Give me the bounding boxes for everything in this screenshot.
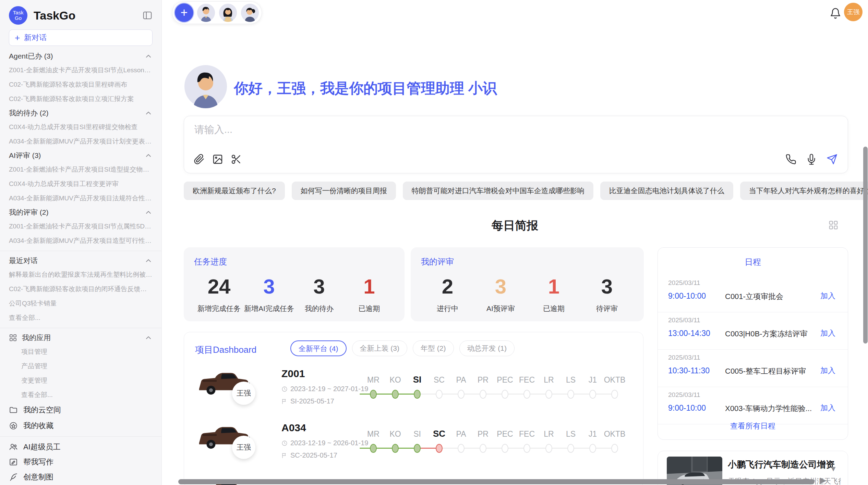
view-all-schedule-link[interactable]: 查看所有日程 bbox=[658, 421, 848, 431]
join-meeting-link[interactable]: 加入 bbox=[820, 365, 835, 376]
sidebar-tool-quill[interactable]: 创意制图 bbox=[9, 470, 153, 485]
stat-label: 待评审 bbox=[580, 304, 634, 313]
vertical-scrollbar[interactable] bbox=[863, 147, 868, 344]
stat-value: 3 bbox=[474, 275, 527, 298]
stat-value: 3 bbox=[294, 275, 344, 298]
milestone-dot bbox=[523, 444, 530, 453]
schedule-name: X003-车辆动力学性能验... bbox=[725, 403, 812, 414]
image-icon[interactable] bbox=[212, 154, 223, 165]
suggestion-chip[interactable]: 欧洲新规最近颁布了什么? bbox=[184, 182, 285, 200]
sidebar-item[interactable]: Z001-全新燃油轻卡产品开发项目SI造型提交物评审 bbox=[9, 162, 153, 177]
user-avatar[interactable]: 王强 bbox=[844, 3, 863, 21]
agent-avatar-3[interactable] bbox=[241, 3, 259, 22]
project-flag: SC-2025-05-17 bbox=[281, 451, 337, 459]
filter-chip[interactable]: 全新平台 (4) bbox=[290, 340, 347, 356]
app-item[interactable]: 产品管理 bbox=[9, 359, 153, 373]
suggestion-chips: 欧洲新规最近颁布了什么?如何写一份清晰的项目周报特朗普可能对进口汽车增税会对中国… bbox=[184, 182, 868, 200]
sidebar-item[interactable]: C02-飞腾新能源轻客改款项目里程碑画布 bbox=[9, 77, 153, 92]
divider bbox=[0, 436, 161, 437]
sidebar-item[interactable]: C0X4-动力总成开发项目SI里程碑提交物检查 bbox=[9, 120, 153, 134]
milestone-label: PEC bbox=[494, 430, 516, 439]
milestone-dots bbox=[362, 444, 626, 453]
schedule-item: 2025/03/119:00-10:00X003-车辆动力学性能验...加入 bbox=[658, 387, 848, 424]
join-meeting-link[interactable]: 加入 bbox=[820, 403, 835, 413]
suggestion-chip[interactable]: 特朗普可能对进口汽车增税会对中国车企造成哪些影响 bbox=[403, 182, 593, 200]
filter-chip[interactable]: 全新上装 (3) bbox=[352, 340, 408, 356]
app-item[interactable]: 变更管理 bbox=[9, 373, 153, 388]
mic-icon[interactable] bbox=[806, 154, 817, 165]
scissors-icon[interactable] bbox=[231, 154, 242, 165]
greeting-text: 你好，王强，我是你的项目管理助理 小识 bbox=[234, 79, 497, 98]
sidebar-item[interactable]: A034-全新新能源MUV产品开发项目造型可行性评审 bbox=[9, 234, 153, 248]
milestone-dot bbox=[370, 390, 377, 399]
chevron-up-icon[interactable] bbox=[144, 334, 153, 342]
milestone-dot bbox=[611, 444, 618, 453]
scroll-down-arrow-icon[interactable]: ▼ bbox=[830, 464, 837, 473]
suggestion-chip[interactable]: 当下年轻人对汽车外观有怎样的喜好趋势 bbox=[740, 182, 868, 200]
voice-call-icon[interactable] bbox=[785, 154, 796, 165]
milestone-label: KO bbox=[384, 375, 406, 385]
stat-columns: 2进行中3AI预评审1已逾期3待评审 bbox=[421, 275, 634, 313]
sidebar-item[interactable]: C02-飞腾新能源轻客改款项目立项汇报方案 bbox=[9, 92, 153, 106]
sidebar-item-folder[interactable]: 我的云空间 bbox=[9, 402, 153, 418]
attach-icon[interactable] bbox=[194, 154, 205, 165]
dashboard-card: 项目Dashboard 全新平台 (4)全新上装 (3)年型 (2)动总开发 (… bbox=[184, 332, 643, 485]
new-chat-button[interactable]: + 新对话 bbox=[9, 29, 153, 46]
stat-value: 3 bbox=[244, 275, 294, 298]
sidebar-tool-people[interactable]: AI超级员工 bbox=[9, 439, 153, 455]
agent-avatar-1[interactable] bbox=[197, 3, 215, 22]
stat-label: 已逾期 bbox=[344, 304, 394, 313]
sidebar-item[interactable]: Z001-全新燃油皮卡产品开发项目SI节点Lesson Learn报告 bbox=[9, 63, 153, 77]
notification-bell-icon[interactable] bbox=[830, 8, 841, 19]
join-meeting-link[interactable]: 加入 bbox=[820, 291, 835, 301]
chevron-up-icon[interactable] bbox=[144, 208, 153, 216]
schedule-time: 10:30-11:30 bbox=[668, 366, 710, 375]
scroll-right-arrow-icon[interactable]: ▶ bbox=[820, 475, 826, 485]
recent-chat-item[interactable]: C02-飞腾新能源轻客改款项目的闭环通告反馈情况 bbox=[9, 282, 153, 296]
milestone-label: OKTB bbox=[604, 375, 626, 385]
milestone-dot bbox=[370, 444, 377, 453]
suggestion-chip[interactable]: 如何写一份清晰的项目周报 bbox=[292, 182, 396, 200]
chevron-up-icon[interactable] bbox=[144, 52, 153, 60]
layout-grid-icon[interactable] bbox=[828, 220, 839, 230]
filter-chip[interactable]: 动总开发 (1) bbox=[459, 340, 515, 356]
new-chat-label: 新对话 bbox=[24, 33, 47, 43]
sidebar-item[interactable]: A034-全新新能源MUV产品开发项目计划变更表编写 bbox=[9, 134, 153, 149]
sidebar-item-star[interactable]: 我的收藏 bbox=[9, 418, 153, 434]
stat-block: 3AI预评审 bbox=[474, 275, 527, 313]
chevron-up-icon[interactable] bbox=[144, 151, 153, 160]
sidebar-item-label: AI超级员工 bbox=[23, 442, 61, 452]
agent-avatar-2[interactable] bbox=[219, 3, 237, 22]
join-meeting-link[interactable]: 加入 bbox=[820, 328, 835, 338]
milestone-dot bbox=[589, 444, 596, 453]
horizontal-scrollbar[interactable] bbox=[178, 479, 815, 484]
view-all-chats[interactable]: 查看全部... bbox=[9, 311, 153, 325]
sidebar-item[interactable]: A034-全新新能源MUV产品开发项目法规符合性评审 bbox=[9, 191, 153, 206]
view-all-apps[interactable]: 查看全部... bbox=[9, 388, 153, 402]
recent-chat-item[interactable]: 解释最新出台的欧盟报废车法规再生塑料比例被调至15%... bbox=[9, 268, 153, 282]
filter-chip[interactable]: 年型 (2) bbox=[413, 340, 454, 356]
send-icon[interactable] bbox=[827, 154, 837, 165]
chevron-up-icon[interactable] bbox=[144, 257, 153, 265]
plus-icon: + bbox=[15, 33, 20, 43]
recent-chat-item[interactable]: 公司Q3轻卡销量 bbox=[9, 296, 153, 311]
schedule-time: 9:00-10:00 bbox=[668, 403, 706, 413]
stat-block: 3我的待办 bbox=[294, 275, 344, 313]
sidebar-tool-write[interactable]: 帮我写作 bbox=[9, 455, 153, 470]
suggestion-chip[interactable]: 比亚迪全固态电池计划具体说了什么 bbox=[600, 182, 733, 200]
sidebar-item[interactable]: C0X4-动力总成开发项目工程变更评审 bbox=[9, 177, 153, 191]
collapse-sidebar-icon[interactable] bbox=[142, 10, 153, 21]
message-input[interactable] bbox=[194, 124, 838, 136]
section-header: 我的待办 (2) bbox=[9, 106, 153, 120]
app-item[interactable]: 项目管理 bbox=[9, 345, 153, 359]
milestone-dot bbox=[545, 444, 552, 453]
schedule-card: 日程 2025/03/119:00-10:00C001-立项审批会加入2025/… bbox=[658, 247, 848, 440]
project-code: Z001 bbox=[281, 368, 305, 380]
milestone-label: MR bbox=[362, 375, 384, 385]
chevron-up-icon[interactable] bbox=[144, 109, 153, 117]
stat-value: 3 bbox=[580, 275, 634, 298]
milestone-dot bbox=[436, 444, 443, 453]
add-agent-button[interactable]: + bbox=[175, 3, 193, 22]
sidebar-item[interactable]: Z001-全新燃油轻卡产品开发项目SI节点属性5D文件评审 bbox=[9, 219, 153, 234]
folder-icon bbox=[9, 406, 18, 414]
